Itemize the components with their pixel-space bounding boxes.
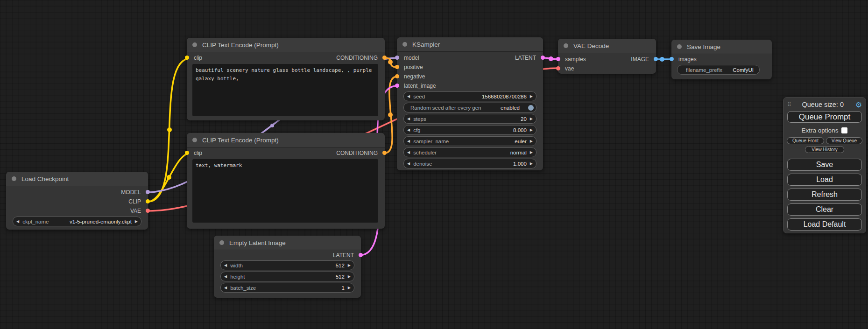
- height-widget[interactable]: ◀ height 512 ▶: [220, 272, 354, 281]
- view-queue-button[interactable]: View Queue: [826, 137, 862, 144]
- seed-widget[interactable]: ◀ seed 156680208700286 ▶: [403, 91, 536, 101]
- link-dot[interactable]: [660, 57, 664, 62]
- decrement-arrow-icon[interactable]: ◀: [221, 261, 230, 270]
- prompt-textarea[interactable]: beautiful scenery nature glass bottle la…: [192, 64, 378, 116]
- collapse-dot-icon[interactable]: [192, 138, 197, 142]
- filename-prefix-widget[interactable]: filename_prefix ComfyUI: [677, 65, 760, 75]
- random-seed-toggle-widget[interactable]: Random seed after every gen enabled: [403, 103, 536, 112]
- decrement-arrow-icon[interactable]: ◀: [404, 114, 413, 123]
- link-dot[interactable]: [270, 124, 274, 127]
- increment-arrow-icon[interactable]: ▶: [527, 92, 536, 101]
- input-slot-vae[interactable]: vae: [558, 64, 656, 73]
- increment-arrow-icon[interactable]: ▶: [345, 283, 354, 292]
- decrement-arrow-icon[interactable]: ◀: [13, 217, 22, 226]
- collapse-dot-icon[interactable]: [402, 42, 407, 47]
- increment-arrow-icon[interactable]: ▶: [527, 137, 536, 146]
- output-slot-conditioning[interactable]: CONDITIONING: [187, 53, 385, 63]
- collapse-dot-icon[interactable]: [219, 240, 224, 245]
- node-title-bar[interactable]: CLIP Text Encode (Prompt): [187, 38, 385, 52]
- latent-slot-dot[interactable]: [359, 253, 363, 257]
- output-slot-image[interactable]: IMAGE: [558, 55, 656, 64]
- collapse-dot-icon[interactable]: [192, 42, 197, 47]
- extra-options-checkbox[interactable]: [841, 127, 847, 133]
- output-slot-latent[interactable]: LATENT: [214, 251, 361, 260]
- image-slot-dot[interactable]: [670, 57, 674, 61]
- output-slot-clip[interactable]: CLIP: [6, 197, 148, 206]
- increment-arrow-icon[interactable]: ▶: [527, 159, 536, 168]
- conditioning-slot-dot[interactable]: [395, 74, 399, 78]
- decrement-arrow-icon[interactable]: ◀: [404, 92, 413, 101]
- node-title-bar[interactable]: KSampler: [397, 37, 543, 52]
- prompt-textarea[interactable]: text, watermark: [192, 159, 378, 223]
- node-save-image[interactable]: Save Image images filename_prefix ComfyU…: [671, 40, 772, 79]
- link-dot[interactable]: [388, 60, 393, 64]
- decrement-arrow-icon[interactable]: ◀: [404, 148, 413, 157]
- node-title-bar[interactable]: Empty Latent Image: [214, 236, 361, 250]
- sampler-name-widget[interactable]: ◀ sampler_name euler ▶: [403, 136, 536, 146]
- collapse-dot-icon[interactable]: [564, 43, 568, 48]
- load-button[interactable]: Load: [787, 174, 862, 186]
- drag-handle-icon[interactable]: ⠿: [787, 101, 790, 108]
- clip-slot-dot[interactable]: [146, 199, 150, 203]
- node-empty-latent-image[interactable]: Empty Latent Image LATENT ◀ width 512 ▶ …: [214, 236, 361, 298]
- comfyui-canvas[interactable]: { "colors": { "model": "#b39ddb", "clip"…: [0, 0, 868, 329]
- conditioning-slot-dot[interactable]: [395, 65, 399, 69]
- image-slot-dot[interactable]: [654, 57, 658, 61]
- input-slot-latent-image[interactable]: latent_image: [397, 81, 543, 91]
- link-dot[interactable]: [549, 56, 553, 61]
- steps-widget[interactable]: ◀ steps 20 ▶: [403, 114, 536, 124]
- output-slot-latent[interactable]: LATENT: [397, 53, 543, 63]
- width-widget[interactable]: ◀ width 512 ▶: [220, 260, 354, 270]
- model-slot-dot[interactable]: [146, 190, 150, 194]
- collapse-dot-icon[interactable]: [677, 44, 682, 49]
- queue-prompt-button[interactable]: Queue Prompt: [787, 111, 862, 123]
- increment-arrow-icon[interactable]: ▶: [527, 126, 536, 134]
- view-history-button[interactable]: View History: [805, 146, 844, 153]
- decrement-arrow-icon[interactable]: ◀: [404, 137, 413, 146]
- node-load-checkpoint[interactable]: Load Checkpoint MODEL CLIP VAE ◀ ckpt_na…: [6, 172, 148, 230]
- input-slot-positive[interactable]: positive: [397, 63, 543, 72]
- node-vae-decode[interactable]: VAE Decode samples IMAGE vae: [558, 39, 656, 74]
- output-slot-model[interactable]: MODEL: [6, 188, 148, 197]
- node-ksampler[interactable]: KSampler model LATENT positive negative …: [397, 37, 543, 170]
- settings-gear-icon[interactable]: ⚙: [855, 100, 862, 109]
- node-clip-text-encode-positive[interactable]: CLIP Text Encode (Prompt) clip CONDITION…: [187, 38, 385, 120]
- decrement-arrow-icon[interactable]: ◀: [404, 126, 413, 134]
- node-title-bar[interactable]: Save Image: [671, 40, 772, 54]
- input-slot-images[interactable]: images: [671, 55, 772, 64]
- latent-slot-dot[interactable]: [395, 84, 399, 88]
- input-slot-negative[interactable]: negative: [397, 72, 543, 81]
- toggle-dot-icon[interactable]: [528, 105, 534, 111]
- save-button[interactable]: Save: [787, 159, 862, 171]
- node-title-bar[interactable]: VAE Decode: [558, 39, 656, 53]
- output-slot-conditioning[interactable]: CONDITIONING: [187, 148, 385, 158]
- refresh-button[interactable]: Refresh: [787, 189, 862, 201]
- batch-size-widget[interactable]: ◀ batch_size 1 ▶: [220, 283, 354, 293]
- vae-slot-dot[interactable]: [556, 66, 560, 70]
- scheduler-widget[interactable]: ◀ scheduler normal ▶: [403, 147, 536, 157]
- conditioning-slot-dot[interactable]: [382, 56, 387, 60]
- node-title-bar[interactable]: CLIP Text Encode (Prompt): [187, 133, 385, 147]
- node-clip-text-encode-negative[interactable]: CLIP Text Encode (Prompt) clip CONDITION…: [187, 133, 385, 229]
- node-title-bar[interactable]: Load Checkpoint: [6, 172, 148, 186]
- decrement-arrow-icon[interactable]: ◀: [221, 272, 230, 281]
- collapse-dot-icon[interactable]: [12, 176, 16, 181]
- decrement-arrow-icon[interactable]: ◀: [404, 159, 413, 168]
- link-dot[interactable]: [167, 175, 171, 180]
- ckpt-name-widget[interactable]: ◀ ckpt_name v1-5-pruned-emaonly.ckpt ▶: [13, 217, 141, 226]
- conditioning-slot-dot[interactable]: [382, 151, 387, 155]
- clear-button[interactable]: Clear: [787, 203, 862, 216]
- latent-slot-dot[interactable]: [541, 56, 545, 60]
- increment-arrow-icon[interactable]: ▶: [345, 261, 354, 270]
- load-default-button[interactable]: Load Default: [787, 218, 862, 231]
- output-slot-vae[interactable]: VAE: [6, 206, 148, 216]
- increment-arrow-icon[interactable]: ▶: [527, 148, 536, 157]
- link-dot[interactable]: [167, 127, 172, 132]
- increment-arrow-icon[interactable]: ▶: [132, 217, 141, 226]
- denoise-widget[interactable]: ◀ denoise 1.000 ▶: [403, 159, 536, 168]
- increment-arrow-icon[interactable]: ▶: [527, 114, 536, 123]
- decrement-arrow-icon[interactable]: ◀: [221, 283, 230, 292]
- queue-front-button[interactable]: Queue Front: [787, 137, 824, 144]
- queue-panel[interactable]: ⠿ Queue size: 0 ⚙ Queue Prompt Extra opt…: [783, 97, 866, 233]
- vae-slot-dot[interactable]: [146, 209, 150, 213]
